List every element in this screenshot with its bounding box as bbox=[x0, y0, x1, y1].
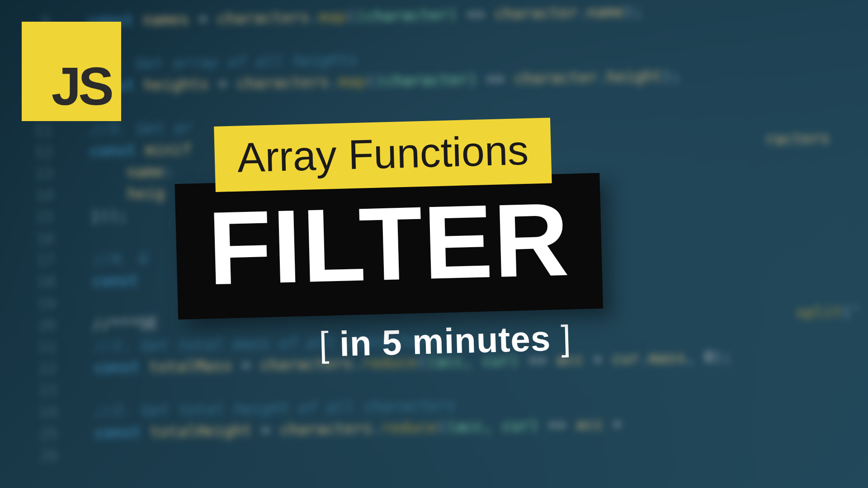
bracket-close: ] bbox=[561, 318, 572, 358]
js-logo-badge: JS bbox=[22, 22, 121, 121]
title-line-2: FILTER bbox=[175, 173, 603, 319]
title-stack: Array Functions FILTER [ in 5 minutes ] bbox=[173, 117, 604, 369]
js-logo-text: JS bbox=[52, 60, 111, 113]
title-line-1: Array Functions bbox=[214, 118, 552, 192]
subtitle-text: in 5 minutes bbox=[329, 318, 561, 364]
subtitle: [ in 5 minutes ] bbox=[319, 317, 604, 365]
bracket-open: [ bbox=[319, 324, 330, 365]
